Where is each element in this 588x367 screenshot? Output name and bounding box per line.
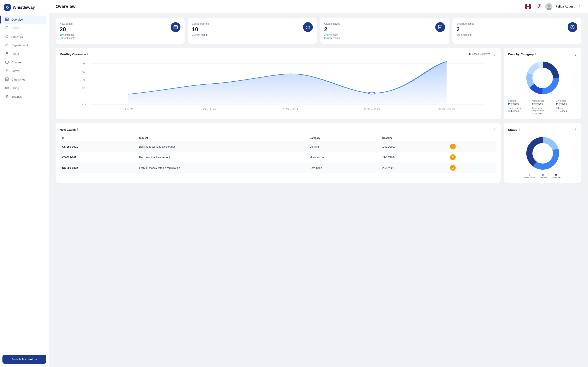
stat-footer: Current month	[324, 37, 340, 40]
legend-item-public-health: Public health 3 cases	[508, 107, 529, 115]
case-deadline: 29/12/2024	[380, 152, 448, 162]
chart-title: Case by Category ℹ	[508, 52, 536, 56]
donut-chart: Bullying 5 cases Moral abuse 5 cases	[508, 59, 577, 115]
sidebar-item-channel[interactable]: Channel	[2, 58, 46, 67]
sidebar-item-categories[interactable]: Categories	[2, 75, 46, 83]
info-icon: ℹ	[87, 52, 88, 56]
case-category: Moral abuse	[307, 152, 380, 162]
col-subject: Subject	[137, 135, 307, 141]
info-icon: ℹ	[77, 128, 78, 131]
svg-text:8-14: 8-14	[203, 108, 216, 110]
svg-point-19	[548, 4, 550, 7]
sidebar-item-users[interactable]: Users	[2, 50, 46, 58]
sidebar-item-analytics[interactable]: Analytics	[2, 33, 46, 41]
svg-rect-11	[6, 78, 7, 79]
stat-sub: 1% increase	[324, 33, 340, 36]
case-id: CS-890-0002	[60, 162, 137, 173]
svg-text:8: 8	[82, 62, 86, 65]
chart-more-button[interactable]: ⋮	[493, 52, 497, 56]
row-actions: 2 ›	[450, 165, 494, 171]
stat-icon	[568, 22, 577, 32]
notification-badge	[539, 4, 541, 6]
col-category: Category	[307, 135, 380, 141]
svg-point-8	[7, 44, 8, 45]
sidebar-item-overview[interactable]: Overview	[2, 16, 46, 24]
user-avatar[interactable]	[545, 3, 553, 10]
billing-icon	[5, 86, 9, 90]
svg-point-7	[6, 44, 7, 45]
table-row[interactable]: CS-890-0002 Entry of money without regis…	[60, 162, 497, 173]
svg-rect-2	[6, 19, 7, 21]
row-arrow-icon[interactable]: ›	[457, 156, 458, 159]
stat-value: 2	[324, 26, 340, 33]
case-id: CS-529-0071	[60, 152, 137, 162]
sidebar-item-forms[interactable]: Forms	[2, 67, 46, 75]
stat-card-overdue-cases: Overdue cases 2 Current month	[452, 18, 581, 44]
row-arrow-icon[interactable]: ›	[457, 145, 458, 148]
svg-rect-13	[6, 79, 7, 81]
stat-icon	[171, 22, 181, 32]
sidebar-item-label: Analytics	[11, 35, 23, 38]
row-actions: 2 ›	[450, 144, 494, 150]
sidebar: Whistleway Overview Cases Analytics Depa…	[0, 0, 49, 367]
chart-header: Monthly Overview ℹ Cases registered ⋮	[60, 52, 497, 56]
svg-point-47	[532, 68, 553, 88]
departament-icon	[5, 43, 9, 47]
chart-header: Case by Category ℹ ⋮	[508, 52, 577, 56]
monthly-chart: 8 6 4 2 0 1-7 8-14 15-21 22-28 29-30	[60, 59, 497, 113]
sidebar-item-departament[interactable]: Departament	[2, 41, 46, 49]
status-legend: New Case Opened Underway	[524, 174, 561, 179]
table-more-button[interactable]: ⋮	[493, 127, 497, 132]
stat-label: Overdue cases	[457, 22, 474, 25]
legend-item-opened: Opened	[539, 174, 547, 179]
table-title: New Cases ℹ	[60, 128, 78, 131]
svg-rect-3	[7, 19, 8, 21]
switch-account-button[interactable]: Switch Account →	[2, 355, 46, 364]
legend-item-new-case: New Case	[524, 174, 535, 179]
case-deadline: 29/12/2024	[380, 162, 448, 173]
row-arrow-icon[interactable]: ›	[457, 166, 458, 169]
notifications-button[interactable]	[535, 3, 542, 10]
analytics-icon	[5, 35, 9, 39]
case-category: Corruption	[307, 162, 380, 173]
sidebar-item-label: Users	[11, 52, 19, 55]
table-row[interactable]: CS-289-0001 Bullying at work by a collea…	[60, 141, 497, 152]
switch-account-icon: →	[35, 358, 37, 361]
stat-label: Cases solved	[324, 22, 340, 25]
chart-header: Status ℹ ⋮	[508, 127, 577, 132]
categories-icon	[5, 77, 9, 82]
case-by-category-card: Case by Category ℹ ⋮	[504, 48, 581, 119]
chart-more-button[interactable]: ⋮	[574, 52, 577, 56]
case-deadline: 14/11/2023	[380, 141, 448, 152]
app-logo: Whistleway	[0, 0, 49, 14]
svg-text:22-28: 22-28	[363, 108, 380, 110]
settings-icon	[5, 95, 9, 99]
users-icon	[5, 52, 9, 56]
sidebar-item-cases[interactable]: Cases	[2, 24, 46, 32]
header-more-button[interactable]: ⋮	[578, 4, 581, 9]
sidebar-item-label: Cases	[11, 26, 20, 30]
case-id: CS-289-0001	[60, 141, 137, 152]
legend-item-corruption: Corruption 3 cases	[556, 100, 577, 105]
chart-more-button[interactable]: ⋮	[574, 127, 577, 132]
table-row[interactable]: CS-529-0071 Psychological harassment Mor…	[60, 152, 497, 162]
chart-title: Monthly Overview ℹ	[60, 52, 88, 56]
sidebar-item-label: Settings	[11, 95, 22, 98]
stat-footer: Current month	[457, 33, 474, 36]
app-name: Whistleway	[13, 5, 35, 10]
sidebar-item-settings[interactable]: Settings	[2, 92, 46, 101]
svg-rect-0	[6, 18, 7, 19]
legend-item-bullying: Bullying 5 cases	[508, 100, 529, 105]
stat-label: Cases opened	[192, 22, 209, 25]
legend-item-underway: Underway	[551, 174, 561, 179]
stat-icon	[303, 22, 313, 32]
sidebar-item-billing[interactable]: Billing	[2, 84, 46, 92]
sidebar-bottom: Switch Account →	[0, 351, 49, 367]
stat-footer: Current month	[60, 37, 75, 40]
chart-title: Status ℹ	[508, 128, 520, 131]
stat-value: 10	[192, 26, 209, 33]
table-header: New Cases ℹ ⋮	[60, 127, 497, 132]
language-flag[interactable]	[525, 4, 531, 9]
stat-sub: 10% increase	[60, 33, 75, 36]
forms-icon	[5, 69, 9, 73]
